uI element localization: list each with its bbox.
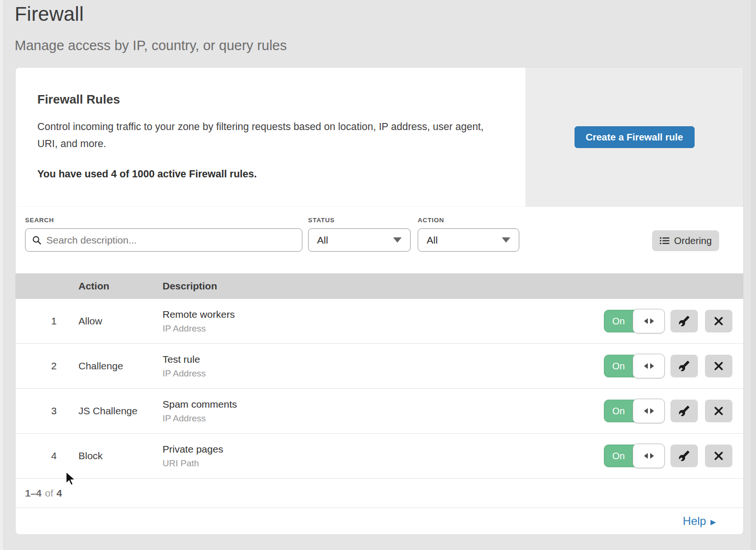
- search-field[interactable]: [25, 228, 302, 252]
- rules-list-card: SEARCH STATUS All ACTION All: [16, 207, 743, 534]
- toggle-on-label: On: [604, 445, 633, 467]
- status-select[interactable]: All: [308, 228, 411, 252]
- create-rule-panel: Create a Firewall rule: [525, 68, 743, 207]
- page-subtitle: Manage access by IP, country, or query r…: [15, 38, 287, 53]
- ordering-button-label: Ordering: [674, 235, 712, 246]
- pagination-of: of: [45, 488, 53, 499]
- table-row: 2 Challenge Test rule IP Address On: [16, 344, 743, 389]
- close-icon: [713, 360, 724, 372]
- close-icon: [713, 315, 724, 327]
- rules-usage-note: You have used 4 of 1000 active Firewall …: [37, 168, 497, 180]
- toggle-knob[interactable]: [633, 399, 665, 423]
- action-select[interactable]: All: [418, 228, 519, 252]
- rule-match-type: IP Address: [163, 413, 604, 424]
- rule-description: Spam comments: [163, 399, 604, 410]
- wrench-icon: [679, 405, 690, 417]
- rule-priority: 1: [16, 315, 57, 327]
- arrow-left-icon: [644, 408, 648, 414]
- table-row: 1 Allow Remote workers IP Address On: [16, 299, 743, 344]
- rule-controls: On: [604, 445, 732, 467]
- wrench-icon: [679, 360, 690, 372]
- list-ordering-icon: [660, 236, 670, 245]
- rule-enabled-toggle[interactable]: On: [604, 400, 664, 422]
- search-icon: [32, 236, 42, 245]
- edit-rule-button[interactable]: [670, 355, 698, 377]
- arrow-left-icon: [644, 318, 648, 324]
- rule-description-cell: Test rule IP Address: [163, 354, 604, 379]
- rule-match-type: IP Address: [163, 368, 604, 379]
- status-selected-value: All: [317, 235, 328, 246]
- search-label: SEARCH: [25, 217, 54, 224]
- action-selected-value: All: [427, 235, 438, 246]
- search-input[interactable]: [46, 235, 295, 246]
- edit-rule-button[interactable]: [670, 445, 698, 467]
- arrow-right-icon: [650, 318, 654, 324]
- firewall-rules-info: Firewall Rules Control incoming traffic …: [16, 68, 525, 207]
- action-label: ACTION: [418, 217, 444, 224]
- rules-card-title: Firewall Rules: [37, 92, 497, 107]
- delete-rule-button[interactable]: [705, 355, 732, 377]
- table-row: 3 JS Challenge Spam comments IP Address …: [16, 389, 743, 434]
- toggle-knob[interactable]: [633, 444, 665, 468]
- firewall-rules-card: Firewall Rules Control incoming traffic …: [16, 68, 743, 207]
- column-header-description: Description: [163, 273, 217, 299]
- pagination-total: 4: [57, 488, 62, 499]
- edit-rule-button[interactable]: [670, 310, 698, 332]
- pagination: 1–4 of 4: [16, 479, 743, 508]
- rule-enabled-toggle[interactable]: On: [604, 445, 664, 467]
- close-icon: [713, 405, 724, 417]
- arrow-left-icon: [644, 363, 648, 369]
- rules-card-description: Control incoming traffic to your zone by…: [37, 118, 489, 152]
- close-icon: [713, 450, 724, 462]
- wrench-icon: [679, 450, 690, 462]
- rule-priority: 4: [16, 450, 57, 462]
- rule-controls: On: [604, 355, 732, 377]
- rule-priority: 3: [16, 405, 57, 417]
- table-header: Action Description: [16, 273, 743, 299]
- help-link-label: Help: [683, 515, 706, 528]
- arrow-right-icon: [650, 453, 654, 459]
- delete-rule-button[interactable]: [705, 400, 732, 422]
- wrench-icon: [679, 315, 690, 327]
- rules-table-body: 1 Allow Remote workers IP Address On: [16, 299, 743, 479]
- rule-description-cell: Spam comments IP Address: [163, 399, 604, 424]
- arrow-left-icon: [644, 453, 648, 459]
- rule-description: Private pages: [163, 444, 604, 455]
- window-right-edge: [751, 0, 756, 550]
- rule-description: Test rule: [163, 354, 604, 365]
- edit-rule-button[interactable]: [670, 400, 698, 422]
- delete-rule-button[interactable]: [705, 445, 732, 467]
- chevron-down-icon: [393, 237, 402, 243]
- rule-action: Block: [78, 450, 163, 462]
- status-label: STATUS: [308, 217, 335, 224]
- rule-description: Remote workers: [163, 309, 604, 320]
- ordering-button[interactable]: Ordering: [652, 230, 719, 251]
- page-header: Firewall Manage access by IP, country, o…: [15, 3, 287, 53]
- rule-match-type: URI Path: [163, 458, 604, 469]
- rule-controls: On: [604, 310, 732, 332]
- toggle-on-label: On: [604, 400, 633, 422]
- rule-priority: 2: [16, 360, 57, 372]
- rule-controls: On: [604, 400, 732, 422]
- create-firewall-rule-button[interactable]: Create a Firewall rule: [575, 126, 695, 148]
- column-header-action: Action: [78, 273, 109, 299]
- toggle-knob[interactable]: [633, 354, 665, 378]
- rule-action: JS Challenge: [78, 405, 163, 417]
- rule-description-cell: Remote workers IP Address: [163, 309, 604, 334]
- delete-rule-button[interactable]: [705, 310, 732, 332]
- filters-bar: SEARCH STATUS All ACTION All: [16, 207, 743, 273]
- rule-match-type: IP Address: [163, 323, 604, 334]
- help-link[interactable]: Help ▶: [683, 515, 716, 528]
- rule-action: Challenge: [78, 360, 163, 372]
- rule-enabled-toggle[interactable]: On: [604, 310, 664, 332]
- window-left-edge: [0, 0, 4, 550]
- rule-action: Allow: [78, 315, 163, 327]
- rule-enabled-toggle[interactable]: On: [604, 355, 664, 377]
- arrow-right-icon: [650, 363, 654, 369]
- page-title: Firewall: [15, 3, 287, 26]
- toggle-on-label: On: [604, 355, 633, 377]
- arrow-right-icon: ▶: [710, 517, 716, 525]
- pagination-range: 1–4: [25, 488, 42, 499]
- toggle-knob[interactable]: [633, 309, 665, 333]
- table-row: 4 Block Private pages URI Path On: [16, 434, 743, 479]
